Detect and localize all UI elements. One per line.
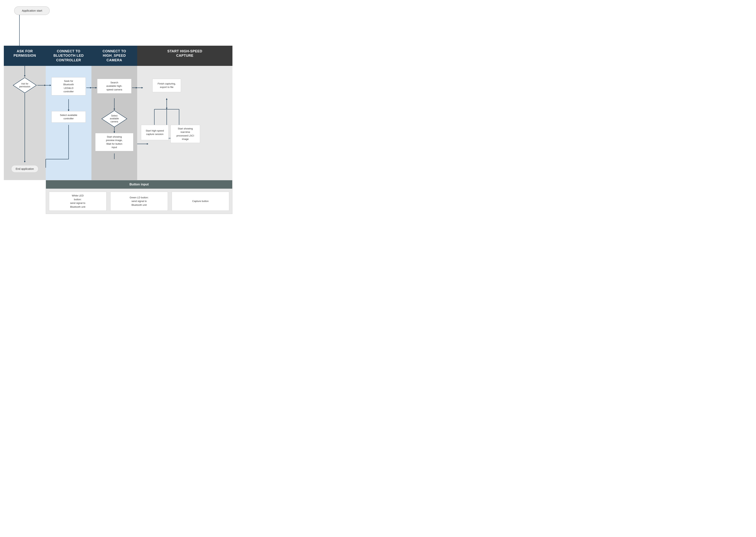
- capture-button-text: Capture button: [192, 199, 209, 203]
- col-header-1: ASK FORPERMISSION: [4, 46, 46, 66]
- preview-image-text: Start showingpreview image,Wait for butt…: [106, 135, 122, 149]
- button-input-body: White LEDbutton:send signal toBluetooth …: [46, 189, 232, 214]
- col-body-camera: Searchavailable high-speed camera Select…: [91, 66, 137, 180]
- col-header-2: CONNECT TOBLUETOOTH LEDCONTROLLER: [46, 46, 91, 66]
- finish-capturing-box: Finish capturing,export to file: [153, 79, 181, 92]
- end-application-label: End application: [16, 167, 34, 170]
- svg-marker-30: [142, 87, 143, 89]
- select-camera-text: Selectavailablecamera: [110, 114, 119, 123]
- svg-marker-32: [166, 108, 167, 109]
- diamond-select-camera: Selectavailablecamera: [101, 110, 128, 127]
- seek-bluetooth-text: Seek forBluetoothLED&LDcontroller: [64, 79, 74, 93]
- diagram-wrapper: Application start ASK FORPERMISSION CONN…: [4, 0, 233, 214]
- preview-image-box: Start showingpreview image,Wait for butt…: [95, 133, 133, 151]
- svg-marker-24: [113, 132, 115, 133]
- svg-marker-46: [147, 143, 148, 145]
- ask-permission-text: Ask forpermission: [19, 82, 30, 88]
- col-header-3: CONNECT TOHIGH_SPEEDCAMERA: [91, 46, 137, 66]
- seek-bluetooth-box: Seek forBluetoothLED&LDcontroller: [51, 77, 86, 95]
- select-controller-box: Select availablecontroller: [51, 111, 86, 123]
- button-input-header-text: Button input: [129, 183, 149, 186]
- svg-marker-44: [166, 98, 167, 100]
- realtime-lsci-text: Start showingreal-timeprocessed LSCIimag…: [176, 127, 194, 141]
- col-header-4: START HIGH-SPEEDCAPTURE: [137, 46, 233, 66]
- svg-marker-13: [68, 110, 69, 111]
- app-start-label: Application start: [22, 9, 42, 12]
- top-lines-svg: Application start: [4, 4, 233, 46]
- main-columns: ASK FORPERMISSION CONNECT TOBLUETOOTH LE…: [4, 46, 233, 214]
- green-ld-button-box: Green LD button:send signal toBluetooth …: [110, 192, 168, 211]
- svg-marker-11: [50, 85, 51, 86]
- col-body-capture: Finish capturing,export to file Start hi…: [137, 66, 233, 180]
- white-led-text: White LEDbutton:send signal toBluetooth …: [70, 194, 85, 209]
- capture-button-box: Capture button: [172, 192, 229, 211]
- svg-marker-26: [136, 87, 137, 89]
- select-controller-text: Select availablecontroller: [60, 113, 77, 120]
- realtime-lsci-box: Start showingreal-timeprocessed LSCIimag…: [170, 125, 200, 143]
- finish-capturing-text: Finish capturing,export to file: [157, 82, 176, 89]
- button-input-header: Button input: [46, 180, 232, 189]
- high-speed-capture-box: Start high-speedcapture session: [141, 125, 169, 140]
- search-camera-text: Searchavailable high-speed camera: [106, 81, 122, 91]
- col-body-bluetooth: Seek forBluetoothLED&LDcontroller Select…: [46, 66, 91, 180]
- top-area: Application start: [4, 4, 233, 46]
- column-bodies: Ask forpermission End application: [4, 66, 233, 180]
- button-input-section: Button input White LEDbutton:send signal…: [46, 180, 233, 214]
- diamond-ask-permission: Ask forpermission: [12, 77, 37, 93]
- column-headers: ASK FORPERMISSION CONNECT TOBLUETOOTH LE…: [4, 46, 233, 66]
- svg-marker-4: [24, 75, 25, 77]
- white-led-button-box: White LEDbutton:send signal toBluetooth …: [49, 192, 107, 211]
- high-speed-capture-text: Start high-speedcapture session: [146, 129, 164, 136]
- svg-marker-15: [90, 87, 91, 89]
- green-ld-text: Green LD button:send signal toBluetooth …: [130, 196, 149, 207]
- col-body-ask-permission: Ask forpermission End application: [4, 66, 46, 180]
- search-camera-box: Searchavailable high-speed camera: [97, 79, 131, 94]
- end-application-bubble: End application: [11, 165, 38, 173]
- col4-arrows: [137, 66, 233, 180]
- svg-marker-22: [113, 109, 115, 110]
- svg-marker-20: [96, 87, 97, 89]
